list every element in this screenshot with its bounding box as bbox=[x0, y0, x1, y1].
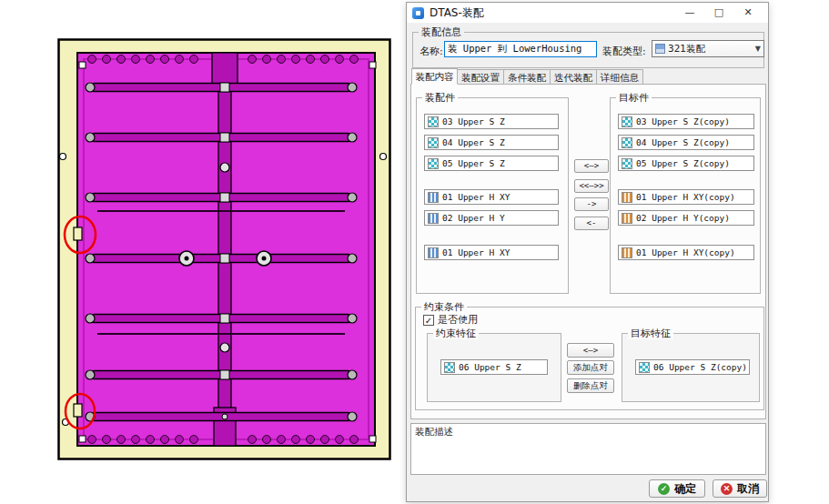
part-label: 06 Upper S Z(copy) bbox=[653, 362, 747, 372]
ok-label: 确定 bbox=[674, 481, 696, 497]
part-label: 06 Upper S Z bbox=[459, 362, 521, 372]
target-feature-legend: 目标特征 bbox=[628, 328, 673, 339]
target-parts-legend: 目标件 bbox=[616, 92, 652, 104]
feature-bars-icon bbox=[428, 192, 439, 203]
constraint-legend: 约束条件 bbox=[421, 301, 467, 313]
move-left-button[interactable]: <- bbox=[574, 217, 609, 230]
add-point-pair-button[interactable]: 添加点对 bbox=[567, 360, 614, 375]
assembly-type-label: 装配类型: bbox=[602, 45, 646, 58]
feature-bars-icon bbox=[622, 213, 632, 224]
assembly-parts-legend: 装配件 bbox=[422, 92, 458, 104]
list-item[interactable]: 02 Upper H Y bbox=[424, 210, 559, 226]
cad-viewport[interactable] bbox=[57, 38, 391, 460]
list-item[interactable]: 03 Upper S Z(copy) bbox=[618, 114, 754, 129]
close-button[interactable]: ✕ bbox=[733, 4, 763, 22]
name-label: 名称: bbox=[420, 45, 443, 58]
assembly-description-label: 装配描述 bbox=[415, 426, 453, 438]
app-icon bbox=[412, 7, 424, 19]
list-item[interactable]: 03 Upper S Z bbox=[424, 114, 559, 129]
list-item[interactable]: 04 Upper S Z bbox=[424, 135, 559, 150]
feature-grid-icon bbox=[622, 137, 632, 148]
tab-iterative-assembly[interactable]: 迭代装配 bbox=[551, 69, 597, 85]
tab-assembly-content[interactable]: 装配内容 bbox=[411, 68, 458, 85]
feature-grid-icon bbox=[622, 116, 632, 127]
constraint-group: 约束条件 ✓ 是否使用 约束特征 06 Upper S Z <—> 添加点对 删… bbox=[415, 307, 764, 410]
datum-mark-right bbox=[380, 154, 387, 160]
ok-button[interactable]: ✓ 确定 bbox=[649, 479, 705, 498]
part-label: 02 Upper H Y bbox=[442, 213, 505, 223]
list-item[interactable]: 01 Upper H XY bbox=[424, 245, 559, 260]
target-feature-group: 目标特征 06 Upper S Z(copy) bbox=[622, 333, 760, 402]
target-parts-group: 目标件 03 Upper S Z(copy) 04 Upper S Z(copy… bbox=[610, 97, 761, 294]
check-icon: ✓ bbox=[425, 316, 432, 326]
title-bar[interactable]: DTAS-装配 — □ ✕ bbox=[407, 3, 768, 23]
list-item[interactable]: 05 Upper S Z(copy) bbox=[618, 156, 754, 171]
list-item[interactable]: 05 Upper S Z bbox=[424, 156, 559, 171]
feature-grid-icon bbox=[444, 362, 455, 373]
cancel-label: 取消 bbox=[737, 481, 759, 497]
cancel-button[interactable]: ✕ 取消 bbox=[713, 479, 767, 498]
tab-assembly-settings[interactable]: 装配设置 bbox=[458, 69, 504, 85]
constraint-feature-legend: 约束特征 bbox=[433, 328, 479, 339]
tab-conditional-assembly[interactable]: 条件装配 bbox=[504, 69, 551, 85]
map-all-button[interactable]: <<—>> bbox=[574, 179, 609, 193]
move-right-button[interactable]: -> bbox=[574, 197, 609, 211]
ok-check-icon: ✓ bbox=[658, 483, 670, 495]
feature-grid-icon bbox=[428, 137, 439, 148]
assembly-description-box: 装配描述 bbox=[410, 423, 766, 475]
part-label: 01 Upper H XY bbox=[442, 247, 510, 257]
list-item[interactable]: 01 Upper H XY(copy) bbox=[618, 245, 754, 260]
window-title: DTAS-装配 bbox=[430, 5, 484, 21]
map-feature-pair-button[interactable]: <—> bbox=[567, 343, 614, 358]
delete-point-pair-button[interactable]: 删除点对 bbox=[567, 378, 614, 393]
list-item[interactable]: 01 Upper H XY bbox=[424, 189, 559, 205]
part-label: 04 Upper S Z bbox=[442, 137, 505, 147]
datum-mark-left bbox=[60, 154, 66, 160]
cad-part-drawing bbox=[57, 38, 391, 460]
list-item[interactable]: 06 Upper S Z bbox=[440, 359, 548, 375]
assembly-description-input[interactable] bbox=[411, 438, 765, 475]
name-input[interactable] bbox=[444, 41, 597, 57]
list-item[interactable]: 02 Upper H Y(copy) bbox=[618, 210, 754, 226]
assembly-type-select[interactable]: 321装配 ▼ bbox=[652, 40, 764, 57]
use-constraint-checkbox[interactable]: ✓ bbox=[423, 315, 434, 326]
part-label: 01 Upper H XY bbox=[442, 192, 510, 202]
part-label: 02 Upper H Y(copy) bbox=[636, 213, 730, 223]
feature-bars-icon bbox=[622, 192, 632, 203]
dtas-assembly-dialog: DTAS-装配 — □ ✕ 装配信息 名称: 装配类型: 321装配 ▼ 装配内… bbox=[406, 2, 769, 502]
part-label: 05 Upper S Z bbox=[442, 158, 505, 168]
feature-bars-icon bbox=[428, 247, 439, 258]
assembly-info-legend: 装配信息 bbox=[419, 26, 464, 38]
assembly-type-icon bbox=[655, 44, 665, 54]
feature-grid-icon bbox=[639, 362, 650, 373]
part-label: 03 Upper S Z bbox=[442, 116, 505, 126]
use-constraint-label: 是否使用 bbox=[438, 313, 478, 327]
minimize-button[interactable]: — bbox=[675, 4, 704, 22]
part-label: 05 Upper S Z(copy) bbox=[636, 158, 730, 168]
list-item[interactable]: 01 Upper H XY(copy) bbox=[618, 189, 754, 205]
map-pair-button[interactable]: <—> bbox=[574, 159, 609, 173]
feature-grid-icon bbox=[428, 158, 439, 169]
assembly-type-value: 321装配 bbox=[668, 43, 753, 55]
feature-grid-icon bbox=[622, 158, 632, 169]
part-label: 01 Upper H XY(copy) bbox=[636, 247, 735, 257]
part-label: 03 Upper S Z(copy) bbox=[636, 116, 730, 126]
assembly-info-group: 装配信息 名称: 装配类型: 321装配 ▼ bbox=[412, 32, 764, 68]
assembly-content-panel: 装配件 03 Upper S Z 04 Upper S Z 05 Upper S… bbox=[410, 84, 766, 419]
assembly-parts-group: 装配件 03 Upper S Z 04 Upper S Z 05 Upper S… bbox=[416, 97, 569, 294]
feature-bars-icon bbox=[622, 247, 632, 258]
list-item[interactable]: 04 Upper S Z(copy) bbox=[618, 135, 754, 150]
feature-bars-icon bbox=[428, 213, 439, 224]
part-label: 01 Upper H XY(copy) bbox=[636, 192, 735, 202]
list-item[interactable]: 06 Upper S Z(copy) bbox=[635, 359, 750, 375]
tab-details[interactable]: 详细信息 bbox=[597, 69, 643, 85]
cancel-x-icon: ✕ bbox=[721, 483, 733, 495]
feature-grid-icon bbox=[428, 116, 439, 127]
constraint-feature-group: 约束特征 06 Upper S Z bbox=[427, 333, 561, 402]
chevron-down-icon: ▼ bbox=[755, 45, 761, 53]
part-label: 04 Upper S Z(copy) bbox=[636, 137, 730, 147]
tab-strip: 装配内容 装配设置 条件装配 迭代装配 详细信息 bbox=[411, 68, 643, 85]
maximize-button[interactable]: □ bbox=[704, 4, 733, 22]
